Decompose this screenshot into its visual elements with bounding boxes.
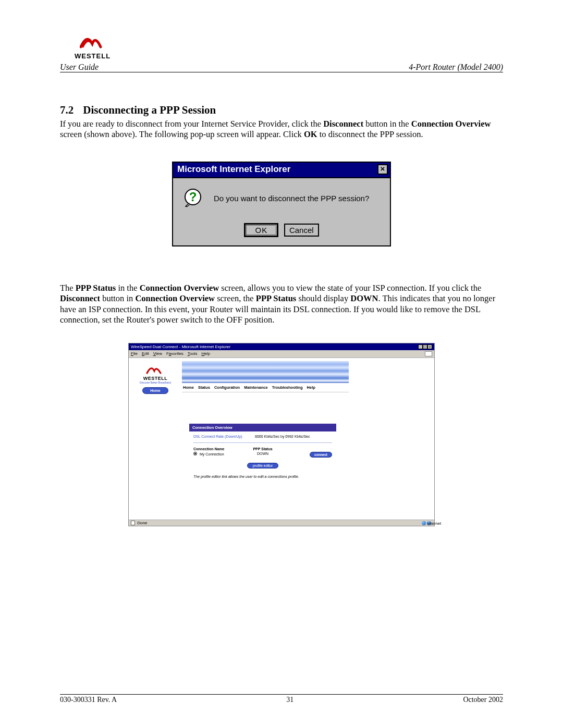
status-done: Done	[131, 521, 147, 525]
connection-name: My Connection	[200, 452, 224, 456]
status-paragraph: The PPP Status in the Connection Overvie…	[60, 283, 503, 325]
logo-text: WESTELL	[75, 52, 111, 60]
intro-paragraph: If you are ready to disconnect from your…	[60, 119, 503, 140]
ppp-status-value: DOWN	[240, 452, 286, 458]
sidebar-logo-icon	[132, 363, 179, 376]
ie-logo-icon	[425, 351, 432, 356]
section-heading: 7.2Disconnecting a PPP Session	[60, 104, 503, 117]
separator	[193, 442, 332, 443]
dialog-titlebar: Microsoft Internet Explorer ×	[173, 163, 390, 178]
window-control-icons: _□×	[418, 344, 432, 349]
minimize-icon[interactable]: _	[418, 344, 423, 349]
sidebar-home-button[interactable]: Home	[142, 387, 168, 394]
dialog-body: ? Do you want to disconnect the PPP sess…	[173, 178, 390, 245]
page-footer: 030-300331 Rev. A 31 October 2002	[60, 694, 503, 704]
panel-body: DSL Connect Rate (Down/Up) 8000 Kbits/Se…	[189, 431, 336, 482]
profile-editor-button[interactable]: profile editor	[247, 463, 279, 468]
close-icon[interactable]: ×	[377, 164, 388, 175]
dsl-rate-value: 8000 Kbits/Sec by 0992 Kbits/Sec	[255, 435, 310, 438]
nav-home[interactable]: Home	[183, 385, 194, 390]
status-zone: Internet	[422, 521, 432, 525]
dialog-title: Microsoft Internet Explorer	[177, 164, 290, 175]
dialog-figure: Microsoft Internet Explorer × ? Do you w…	[60, 162, 503, 246]
svg-text:?: ?	[189, 190, 197, 204]
menu-help[interactable]: Help	[202, 351, 210, 356]
connect-button[interactable]: connect	[310, 452, 332, 458]
browser-window: WireSpeed Dual Connect - Microsoft Inter…	[128, 343, 435, 526]
page-header: WESTELL User Guide 4-Port Router (Model …	[60, 31, 503, 72]
browser-content: WESTELL Discover Better Broadband Home H…	[129, 358, 434, 520]
profile-editor-note: The profile editor link allows the user …	[193, 475, 332, 478]
connection-row: My Connection DOWN connect	[193, 452, 332, 458]
footer-date: October 2002	[463, 696, 503, 704]
model-label: 4-Port Router (Model 2400)	[409, 63, 503, 72]
connection-name-cell: My Connection	[193, 452, 240, 458]
document-page: WESTELL User Guide 4-Port Router (Model …	[0, 0, 563, 728]
westell-logo: WESTELL	[75, 31, 111, 60]
sidebar: WESTELL Discover Better Broadband Home	[129, 358, 182, 520]
menu-edit[interactable]: Edit	[142, 351, 149, 356]
ok-button[interactable]: OK	[244, 223, 278, 237]
radio-icon[interactable]	[193, 452, 197, 455]
nav-help[interactable]: Help	[307, 385, 315, 390]
connection-overview-panel: Connection Overview DSL Connect Rate (Do…	[182, 392, 344, 487]
sidebar-brand: WESTELL	[132, 376, 179, 381]
nav-troubleshooting[interactable]: Troubleshooting	[272, 385, 303, 390]
dsl-rate-label: DSL Connect Rate (Down/Up)	[193, 435, 251, 438]
nav-configuration[interactable]: Configuration	[214, 385, 240, 390]
section-number: 7.2	[60, 104, 74, 117]
ie-confirm-dialog: Microsoft Internet Explorer × ? Do you w…	[172, 162, 391, 246]
internet-zone-icon	[422, 521, 426, 525]
dialog-content: ? Do you want to disconnect the PPP sess…	[179, 188, 384, 208]
maximize-icon[interactable]: □	[423, 344, 427, 349]
nav-status[interactable]: Status	[198, 385, 210, 390]
banner-graphic	[182, 361, 349, 383]
menu-favorites[interactable]: Favorites	[166, 351, 183, 356]
dsl-rate-row: DSL Connect Rate (Down/Up) 8000 Kbits/Se…	[193, 435, 332, 438]
nav-maintenance[interactable]: Maintenance	[244, 385, 267, 390]
user-guide-label: User Guide	[60, 63, 99, 72]
main-panel: Home Status Configuration Maintenance Tr…	[182, 358, 434, 520]
menu-file[interactable]: File	[131, 351, 138, 356]
browser-menubar: File Edit View Favorites Tools Help	[129, 350, 434, 358]
menu-view[interactable]: View	[153, 351, 162, 356]
column-headers: Connection Name PPP Status	[193, 447, 332, 451]
menu-tools[interactable]: Tools	[188, 351, 198, 356]
header-line: User Guide 4-Port Router (Model 2400)	[60, 63, 503, 72]
sidebar-tagline: Discover Better Broadband	[132, 381, 179, 384]
dialog-message: Do you want to disconnect the PPP sessio…	[214, 194, 369, 203]
panel-header: Connection Overview	[189, 424, 336, 431]
col-connection-name: Connection Name	[193, 447, 240, 451]
browser-statusbar: Done Internet	[129, 520, 434, 526]
question-icon: ?	[183, 188, 204, 208]
footer-page-number: 31	[286, 696, 293, 704]
browser-title: WireSpeed Dual Connect - Microsoft Inter…	[131, 344, 230, 349]
section-title: Disconnecting a PPP Session	[83, 104, 216, 116]
footer-rev: 030-300331 Rev. A	[60, 696, 117, 704]
close-window-icon[interactable]: ×	[427, 344, 432, 349]
logo-swoosh-icon	[80, 31, 106, 49]
cancel-button[interactable]: Cancel	[284, 224, 319, 237]
col-ppp-status: PPP Status	[240, 447, 286, 451]
top-nav: Home Status Configuration Maintenance Tr…	[182, 384, 349, 392]
browser-titlebar: WireSpeed Dual Connect - Microsoft Inter…	[129, 343, 434, 350]
page-icon	[131, 521, 135, 525]
browser-figure: WireSpeed Dual Connect - Microsoft Inter…	[60, 343, 503, 526]
